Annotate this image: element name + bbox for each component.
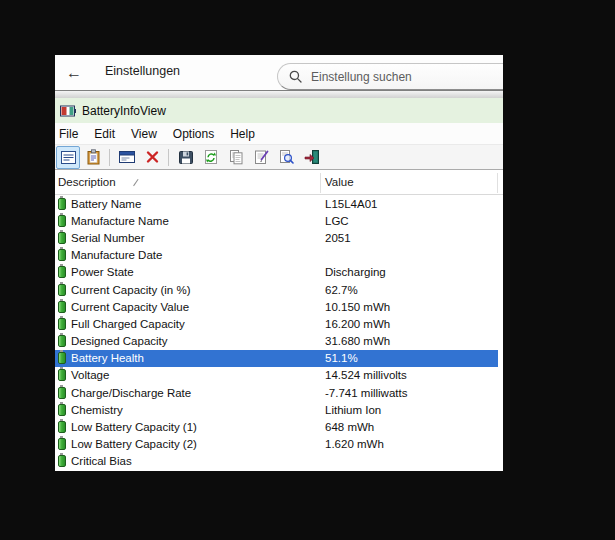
table-row[interactable]: Battery Health 51.1% [55,350,498,367]
row-description: Designed Capacity [71,335,168,347]
menu-help[interactable]: Help [222,125,263,143]
table-row[interactable]: Designed Capacity 31.680 mWh [55,333,498,350]
settings-window: ← Einstellungen Einstellung suchen Batte… [55,55,503,471]
row-description: Current Capacity (in %) [71,284,191,296]
table-row[interactable]: Chemistry Lithium Ion [55,401,498,418]
row-value: 1.620 mWh [325,438,384,450]
table-row[interactable]: Serial Number 2051 [55,229,498,246]
table-row[interactable]: Battery Name L15L4A01 [55,195,498,212]
battery-icon [58,284,66,296]
battery-icon [58,421,66,433]
row-description: Low Battery Capacity (2) [71,438,197,450]
row-value: 648 mWh [325,421,374,433]
row-description: Battery Health [71,352,144,364]
row-description: Power State [71,266,134,278]
sort-ascending-icon [133,179,139,186]
menu-options[interactable]: Options [165,125,222,143]
exit-icon[interactable] [299,146,323,169]
table-row[interactable]: Current Capacity Value 10.150 mWh [55,298,498,315]
table-body: Battery Name L15L4A01 Manufacture Name L… [55,195,503,471]
choose-columns-icon[interactable] [115,146,139,169]
row-description: Voltage [71,369,109,381]
table-row[interactable]: Full Charged Capacity 16.200 mWh [55,315,498,332]
search-input[interactable]: Einstellung suchen [277,63,503,90]
row-value: 2051 [325,232,351,244]
row-description: Manufacture Name [71,215,169,227]
table-row[interactable]: Critical Bias [55,453,498,470]
row-value: 16.200 mWh [325,318,390,330]
search-placeholder: Einstellung suchen [311,70,412,84]
battery-icon [58,249,66,261]
table-row[interactable]: Low Battery Capacity (2) 1.620 mWh [55,436,498,453]
battery-icon [58,266,66,278]
partial-row[interactable] [55,470,498,471]
column-divider[interactable] [497,173,498,193]
save-icon[interactable] [174,146,198,169]
column-header-description[interactable]: Description [58,176,140,188]
desktop-background: ← Einstellungen Einstellung suchen Batte… [0,0,615,540]
row-value: L15L4A01 [325,198,377,210]
toolbar-separator [168,149,169,166]
row-value: 62.7% [325,284,358,296]
row-description: Chemistry [71,404,123,416]
search-icon [289,70,302,83]
delete-icon[interactable] [140,146,164,169]
row-value: Discharging [325,266,386,278]
row-description: Manufacture Date [71,249,162,261]
table-row[interactable]: Charge/Discharge Rate -7.741 milliwatts [55,384,498,401]
column-header-value[interactable]: Value [325,176,354,188]
window-title: BatteryInfoView [82,104,166,118]
row-value: LGC [325,215,349,227]
row-description: Low Battery Capacity (1) [71,421,197,433]
battery-icon [58,215,66,227]
details-view-icon[interactable] [56,146,80,169]
row-description: Full Charged Capacity [71,318,185,330]
table-row[interactable]: Voltage 14.524 millivolts [55,367,498,384]
battery-icon [58,352,66,364]
page-title: Einstellungen [105,64,180,78]
menu-file[interactable]: File [55,125,86,143]
table-row[interactable]: Manufacture Name LGC [55,212,498,229]
table-row[interactable]: Manufacture Date [55,247,498,264]
battery-icon [58,232,66,244]
row-description: Serial Number [71,232,145,244]
refresh-icon[interactable] [199,146,223,169]
row-description: Battery Name [71,198,141,210]
battery-icon [58,369,66,381]
clipboard-report-icon[interactable] [81,146,105,169]
table-header: Description Value [55,171,503,195]
toolbar [55,144,503,170]
column-divider[interactable] [320,173,321,193]
menu-bar: File Edit View Options Help [55,123,503,144]
row-description: Current Capacity Value [71,301,189,313]
battery-icon [58,335,66,347]
description-column-label: Description [58,176,116,188]
settings-header: ← Einstellungen Einstellung suchen [55,55,503,90]
table-row[interactable]: Current Capacity (in %) 62.7% [55,281,498,298]
battery-icon [58,318,66,330]
back-button[interactable]: ← [61,61,87,85]
row-description: Charge/Discharge Rate [71,387,191,399]
copy-icon[interactable] [224,146,248,169]
table-row[interactable]: Low Battery Capacity (1) 648 mWh [55,418,498,435]
batteryinfoview-titlebar[interactable]: BatteryInfoView [55,98,503,123]
row-value: 31.680 mWh [325,335,390,347]
menu-edit[interactable]: Edit [86,125,123,143]
row-value: Lithium Ion [325,404,381,416]
battery-app-icon [60,105,76,117]
row-value: -7.741 milliwatts [325,387,407,399]
row-value: 10.150 mWh [325,301,390,313]
toolbar-separator [109,149,110,166]
battery-icon [58,404,66,416]
battery-icon [58,438,66,450]
battery-icon [58,455,66,467]
battery-icon [58,387,66,399]
battery-icon [58,198,66,210]
battery-icon [58,301,66,313]
row-description: Critical Bias [71,455,132,467]
find-icon[interactable] [274,146,298,169]
menu-view[interactable]: View [123,125,165,143]
properties-icon[interactable] [249,146,273,169]
row-value: 51.1% [325,352,358,364]
table-row[interactable]: Power State Discharging [55,264,498,281]
